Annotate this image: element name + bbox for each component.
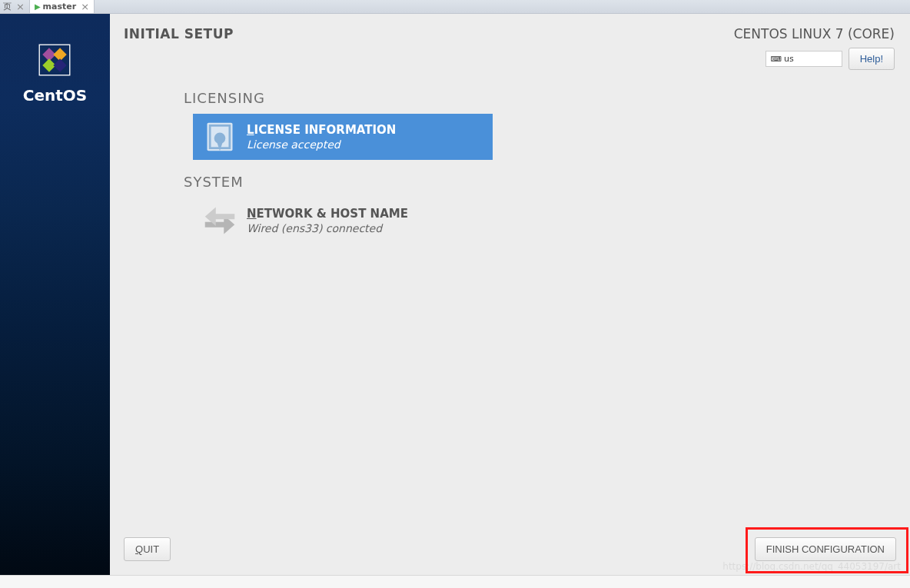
keyboard-layout-value: us [784,54,794,64]
play-icon: ▶ [35,2,41,11]
body-area: LICENSING LICENSE INFORMATION License ac… [110,76,910,530]
keyboard-layout-button[interactable]: ⌨ us [766,51,842,67]
content-area: INITIAL SETUP CENTOS LINUX 7 (CORE) ⌨ us… [110,14,910,575]
brand-logo: CentOS [23,43,87,105]
tab-master[interactable]: ▶ master × [30,0,95,13]
distro-label: CENTOS LINUX 7 (CORE) [734,26,895,42]
section-header-system: SYSTEM [184,174,879,190]
quit-button[interactable]: QUIT [124,537,171,561]
topbar: INITIAL SETUP CENTOS LINUX 7 (CORE) ⌨ us… [110,14,910,76]
help-button[interactable]: Help! [849,48,895,70]
close-icon[interactable]: × [81,1,89,12]
main-window: CentOS INITIAL SETUP CENTOS LINUX 7 (COR… [0,14,910,575]
status-bar [0,575,910,588]
card-subtitle: Wired (ens33) connected [247,222,493,234]
section-header-licensing: LICENSING [184,90,879,106]
help-button-label: Help! [860,53,883,65]
centos-logo-icon [38,43,71,77]
brand-text: CentOS [23,86,87,105]
tab-label: 页 [3,1,12,12]
card-subtitle: License accepted [247,138,493,151]
card-network-host-name[interactable]: NETWORK & HOST NAME Wired (ens33) connec… [193,198,493,244]
svg-point-7 [214,133,226,145]
card-title: LICENSE INFORMATION [247,123,493,137]
sidebar: CentOS [0,14,110,575]
browser-tabbar: 页 × ▶ master × [0,0,910,14]
card-license-information[interactable]: LICENSE INFORMATION License accepted [193,114,493,160]
page-title: INITIAL SETUP [124,26,234,70]
footer: QUIT FINISH CONFIGURATION [110,530,910,575]
network-icon [193,201,247,241]
svg-rect-4 [40,45,71,75]
license-icon [193,120,247,154]
close-icon[interactable]: × [16,1,25,12]
tab-0[interactable]: 页 × [0,0,30,13]
finish-configuration-button[interactable]: FINISH CONFIGURATION [755,537,896,561]
card-title: NETWORK & HOST NAME [247,207,493,221]
keyboard-icon: ⌨ [771,55,780,63]
svg-rect-3 [54,58,67,71]
tab-label: master [43,2,77,12]
